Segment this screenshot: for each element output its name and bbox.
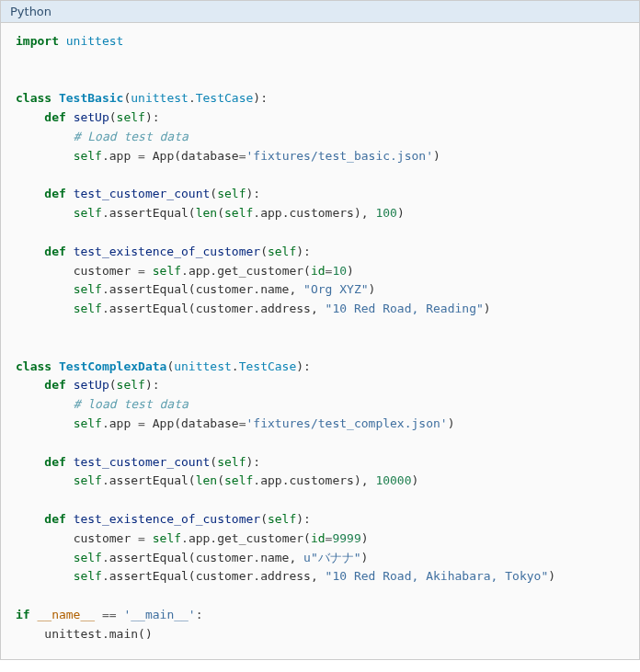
fn-assertEqual: assertEqual [109, 206, 189, 220]
self: self [74, 302, 102, 315]
op-eq: = [138, 149, 145, 163]
op-eq: = [138, 531, 145, 545]
cls-testcase: TestCase [239, 359, 297, 373]
self: self [217, 455, 246, 469]
str-org-xyz: "Org XYZ" [303, 282, 368, 296]
fn-setup: setUp [74, 110, 109, 124]
self: self [74, 473, 102, 487]
kw-def: def [44, 455, 65, 469]
mod-unittest: unittest [44, 627, 102, 641]
fn-get-customer: get_customer [217, 264, 303, 278]
fn-App: App [153, 416, 174, 430]
fn-main: main [109, 627, 138, 641]
var-customer: customer [196, 302, 254, 315]
var-customer: customer [196, 569, 254, 583]
attr-customers: customers [289, 473, 353, 487]
kw-class: class [16, 91, 51, 105]
self: self [268, 512, 296, 526]
self: self [74, 551, 102, 564]
bi-len: len [196, 206, 217, 220]
self: self [268, 245, 296, 258]
fn-test-customer-count: test_customer_count [74, 455, 211, 469]
kw-import: import [16, 34, 59, 48]
num-10: 10 [332, 264, 347, 278]
cls-testcase: TestCase [196, 91, 254, 105]
self: self [153, 264, 181, 278]
fn-test-customer-count: test_customer_count [74, 187, 211, 200]
comment-load-test-data-2: # load test data [74, 397, 189, 411]
code-content: import unittest class TestBasic(unittest… [1, 23, 639, 659]
fn-get-customer: get_customer [217, 531, 303, 545]
kw-def: def [44, 245, 65, 258]
fn-assertEqual: assertEqual [109, 551, 189, 564]
kw-class: class [16, 359, 51, 373]
kwarg-id: id [311, 264, 326, 278]
comment-load-test-data: # Load test data [74, 130, 189, 143]
attr-app: app [109, 149, 131, 163]
self: self [74, 569, 102, 583]
self: self [153, 531, 181, 545]
bi-len: len [196, 473, 217, 487]
code-block: Python import unittest class TestBasic(u… [0, 0, 640, 660]
language-label: Python [10, 5, 51, 18]
code-language-header: Python [1, 1, 639, 23]
cls-testcomplex: TestComplexData [59, 359, 166, 373]
kw-def: def [44, 110, 65, 124]
kwarg-id: id [311, 531, 326, 545]
str-fixture-basic: 'fixtures/test_basic.json' [246, 149, 434, 163]
fn-test-existence: test_existence_of_customer [74, 245, 261, 258]
self: self [74, 149, 102, 163]
op-eq: = [138, 416, 145, 430]
fn-test-existence: test_existence_of_customer [74, 512, 261, 526]
self: self [117, 378, 145, 392]
op-eq: = [138, 264, 145, 278]
attr-customers: customers [289, 206, 353, 220]
mod-unittest: unittest [66, 34, 124, 48]
mod-unittest: unittest [174, 359, 232, 373]
attr-name: name [260, 282, 289, 296]
attr-app: app [189, 264, 210, 278]
fn-setup: setUp [74, 378, 109, 392]
attr-app: app [260, 473, 281, 487]
var-customer: customer [196, 551, 254, 564]
num-9999: 9999 [332, 531, 360, 545]
attr-app: app [260, 206, 281, 220]
fn-assertEqual: assertEqual [109, 569, 189, 583]
num-100: 100 [375, 206, 396, 220]
self: self [217, 187, 246, 200]
fn-App: App [153, 149, 174, 163]
attr-name: name [260, 551, 289, 564]
str-prefix-u: u [303, 551, 311, 564]
fn-assertEqual: assertEqual [109, 302, 189, 315]
fn-assertEqual: assertEqual [109, 282, 189, 296]
kwarg-database: database [181, 149, 239, 163]
kw-def: def [44, 512, 65, 526]
str-addr-tokyo: "10 Red Road, Akihabara, Tokyo" [326, 569, 549, 583]
self: self [74, 206, 102, 220]
attr-address: address [260, 302, 311, 315]
self: self [74, 282, 102, 296]
var-customer: customer [196, 282, 254, 296]
self: self [117, 110, 145, 124]
var-customer: customer [74, 264, 131, 278]
str-main: '__main__' [123, 608, 195, 621]
str-fixture-complex: 'fixtures/test_complex.json' [246, 416, 448, 430]
self: self [224, 473, 253, 487]
self: self [224, 206, 253, 220]
op-eq: = [239, 149, 246, 163]
cls-testbasic: TestBasic [59, 91, 123, 105]
self: self [74, 416, 102, 430]
var-customer: customer [74, 531, 131, 545]
op-eq: = [239, 416, 246, 430]
attr-address: address [260, 569, 311, 583]
kw-def: def [44, 187, 65, 200]
num-10000: 10000 [375, 473, 411, 487]
dunder-name: __name__ [37, 608, 95, 621]
mod-unittest: unittest [131, 91, 189, 105]
kw-def: def [44, 378, 65, 392]
str-addr-reading: "10 Red Road, Reading" [326, 302, 484, 315]
kw-if: if [16, 608, 30, 621]
attr-app: app [109, 416, 131, 430]
attr-app: app [189, 531, 210, 545]
str-banana: "バナナ" [311, 551, 361, 564]
